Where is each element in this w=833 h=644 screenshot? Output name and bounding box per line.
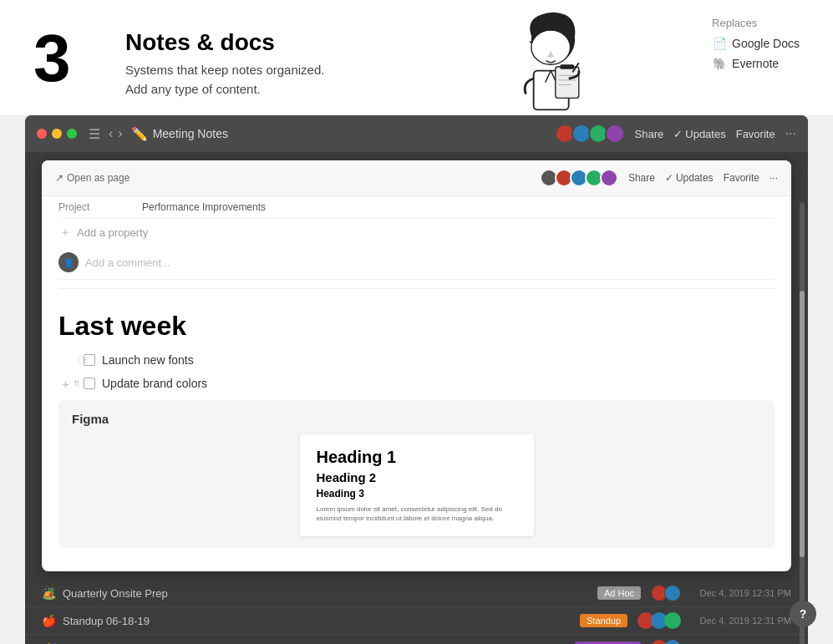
- cursor-hand-icon: ☞: [77, 351, 90, 369]
- row-date-1: Dec 4, 2019 12:31 PM: [691, 588, 791, 598]
- row-avatars-1: [651, 585, 681, 601]
- row-avatar-2c: [664, 612, 681, 629]
- row-title-1: 🏕️ Quarterly Onsite Prep: [42, 586, 597, 600]
- scrollbar-thumb[interactable]: [800, 291, 805, 557]
- menu-icon[interactable]: ☰: [89, 126, 100, 142]
- minimize-button[interactable]: [52, 129, 62, 139]
- help-button[interactable]: ?: [790, 601, 816, 627]
- back-arrow-icon[interactable]: ‹: [109, 126, 113, 141]
- replaces-label: Replaces: [712, 17, 800, 29]
- add-property-label: Add a property: [77, 226, 148, 239]
- svg-point-8: [556, 43, 561, 48]
- figma-embed-title: Figma: [72, 412, 761, 426]
- replaces-section: Replaces 📄 Google Docs 🐘 Evernote: [712, 17, 800, 71]
- row-avatar-3b: [664, 640, 681, 644]
- browser-window: ☰ ‹ › ✏️ Meeting Notes Share ✓ Updates F…: [25, 115, 808, 644]
- row-emoji-2: 🍎: [42, 614, 56, 627]
- page-title: Meeting Notes: [153, 127, 228, 140]
- page-emoji: ✏️: [131, 126, 148, 142]
- illustration: [499, 8, 607, 117]
- open-as-page-button[interactable]: ↗ Open as page: [55, 172, 130, 184]
- add-property-icon: +: [58, 226, 72, 239]
- svg-point-7: [541, 43, 546, 48]
- list-item-2[interactable]: 🍎 Standup 06-18-19 Standup Dec 4, 2019 1…: [25, 607, 808, 635]
- add-block-button[interactable]: +: [62, 377, 69, 391]
- favorite-button[interactable]: Favorite: [736, 128, 775, 140]
- top-section: 3 Notes & docs Systems that keep notes o…: [0, 0, 833, 115]
- step-number: 3: [33, 25, 109, 92]
- comment-input[interactable]: Add a comment...: [85, 256, 170, 269]
- property-row-project: Project Performance Improvements: [58, 196, 775, 219]
- checklist-item-2: + ⠿ Update brand colors: [84, 373, 775, 393]
- avatar-4: [605, 124, 625, 144]
- checklist-label-2: Update brand colors: [102, 377, 207, 390]
- page-icon-title: ✏️ Meeting Notes: [131, 126, 546, 142]
- property-val-project: Performance Improvements: [142, 201, 266, 213]
- external-link-icon: ↗: [55, 172, 63, 184]
- checkmark-icon: ✓: [673, 128, 683, 140]
- panel-favorite-button[interactable]: Favorite: [724, 172, 759, 184]
- add-property-row[interactable]: + Add a property: [58, 219, 775, 246]
- nav-arrows: ‹ ›: [109, 126, 123, 141]
- figma-embed: Figma Heading 1 Heading 2 Heading 3 Lore…: [58, 400, 775, 548]
- panel-more-button[interactable]: ···: [770, 172, 778, 184]
- checklist: ☞ Launch new fonts + ⠿ Update brand colo…: [58, 350, 775, 393]
- figma-preview: Heading 1 Heading 2 Heading 3 Lorem ipsu…: [300, 434, 534, 536]
- row-emoji-1: 🏕️: [42, 586, 56, 600]
- row-tag-1: Ad Hoc: [597, 586, 641, 600]
- list-item-1[interactable]: 🏕️ Quarterly Onsite Prep Ad Hoc Dec 4, 2…: [25, 580, 808, 607]
- floating-panel: ↗ Open as page Share ✓ Updates: [42, 160, 791, 571]
- checklist-item-1: ☞ Launch new fonts: [84, 350, 775, 370]
- row-date-2: Dec 4, 2019 12:31 PM: [691, 616, 791, 626]
- step-description: Systems that keep notes organized. Add a…: [125, 61, 800, 99]
- svg-rect-12: [556, 67, 579, 98]
- list-item-3[interactable]: 🏄 Desktop team sync Weekly Sync Dec 4, 2…: [25, 635, 808, 644]
- browser-actions: Share ✓ Updates Favorite ···: [555, 124, 796, 144]
- replaces-items: 📄 Google Docs 🐘 Evernote: [712, 36, 800, 71]
- traffic-lights: [37, 129, 77, 139]
- panel-actions: Share ✓ Updates Favorite ···: [540, 169, 778, 187]
- figma-heading1: Heading 1: [317, 448, 517, 467]
- avatar-group: [555, 124, 625, 144]
- background-rows: 🏕️ Quarterly Onsite Prep Ad Hoc Dec 4, 2…: [25, 580, 808, 644]
- replaces-item-google-docs: 📄 Google Docs: [712, 36, 800, 51]
- maximize-button[interactable]: [67, 129, 77, 139]
- last-week-heading: Last week: [58, 297, 775, 350]
- row-title-2: 🍎 Standup 06-18-19: [42, 614, 580, 627]
- close-button[interactable]: [37, 129, 47, 139]
- figma-body-text: Lorem ipsum dolor sit amet, consectetur …: [317, 505, 517, 523]
- row-avatars-2: [637, 612, 681, 629]
- svg-rect-13: [560, 64, 574, 69]
- replaces-item-evernote: 🐘 Evernote: [712, 56, 800, 71]
- panel-share-button[interactable]: Share: [628, 172, 655, 184]
- property-key-project: Project: [58, 201, 142, 213]
- figma-heading3: Heading 3: [317, 488, 517, 499]
- row-tag-2: Standup: [580, 614, 627, 627]
- panel-header: ↗ Open as page Share ✓ Updates: [42, 160, 791, 196]
- comment-row: 👤 Add a comment...: [58, 246, 775, 280]
- evernote-label: Evernote: [732, 57, 779, 70]
- evernote-icon: 🐘: [712, 56, 727, 71]
- row-avatar-1b: [664, 585, 681, 601]
- scrollbar[interactable]: [800, 202, 805, 644]
- more-button[interactable]: ···: [785, 126, 796, 141]
- checklist-label-1: Launch new fonts: [102, 353, 194, 367]
- step-text: Notes & docs Systems that keep notes org…: [125, 25, 800, 99]
- drag-handle-icon[interactable]: ⠿: [74, 379, 79, 388]
- google-docs-icon: 📄: [712, 36, 727, 51]
- row-avatars-3: [651, 640, 681, 644]
- panel-body: Project Performance Improvements + Add a…: [42, 196, 791, 571]
- panel-updates-button[interactable]: ✓ Updates: [665, 172, 714, 184]
- row-text-2: Standup 06-18-19: [63, 615, 150, 627]
- svg-point-6: [531, 30, 571, 64]
- share-button[interactable]: Share: [635, 128, 664, 140]
- content-divider: [58, 288, 775, 289]
- panel-avatar-group: [540, 169, 618, 187]
- checkbox-2[interactable]: [84, 378, 95, 389]
- step-title: Notes & docs: [125, 29, 800, 56]
- google-docs-label: Google Docs: [732, 37, 800, 50]
- forward-arrow-icon[interactable]: ›: [118, 126, 122, 141]
- figma-heading2: Heading 2: [317, 470, 517, 484]
- panel-avatar-5: [600, 169, 618, 187]
- updates-button[interactable]: ✓ Updates: [673, 128, 725, 140]
